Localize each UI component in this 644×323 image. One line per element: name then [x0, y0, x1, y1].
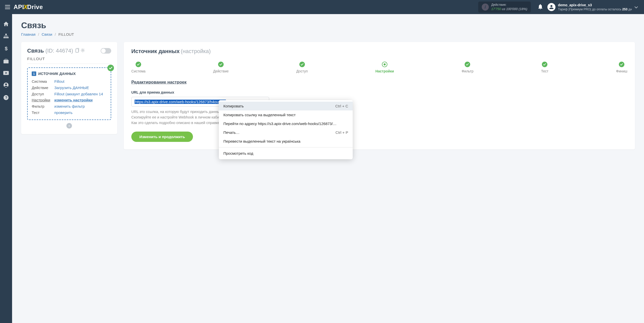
- copy-icon[interactable]: [75, 48, 79, 54]
- sidebar-billing[interactable]: $: [4, 46, 8, 51]
- settings-card: Источник данных (настройка) Система Дейс…: [124, 42, 635, 149]
- step-action[interactable]: Действие: [213, 62, 229, 73]
- row-label: Действие: [32, 85, 54, 91]
- user-info[interactable]: demo_apix-drive_s3 Тариф |Премиум PRO| д…: [558, 3, 632, 11]
- cm-copy[interactable]: КопироватьCtrl + C: [219, 102, 353, 110]
- sidebar-account[interactable]: [4, 83, 9, 88]
- info-icon: i: [482, 4, 489, 11]
- actions-usage-badge[interactable]: i Действия: 17'750 из 100'000 (18%): [478, 2, 531, 13]
- logo-text-right: Drive: [27, 4, 43, 11]
- connection-id: (ID: 44674): [45, 48, 73, 54]
- svg-point-8: [5, 84, 7, 85]
- edit-settings-heading: Редактирование настроек: [131, 80, 627, 85]
- settings-subtitle: (настройка): [181, 48, 211, 54]
- row-label: Доступ: [32, 91, 54, 97]
- row-value-system[interactable]: Fillout: [54, 78, 64, 85]
- user-name: demo_apix-drive_s3: [558, 3, 632, 7]
- user-tariff: Тариф |Премиум PRO| до оплаты осталось 2…: [558, 7, 632, 11]
- row-value-action[interactable]: Загрузить ДАННЫЕ: [54, 85, 89, 91]
- page-title: Связь: [21, 21, 635, 30]
- sidebar: $ ?: [0, 14, 12, 323]
- breadcrumb: Главная / Связи / FILLOUT: [21, 32, 635, 36]
- save-continue-button[interactable]: Изменить и продолжить: [131, 132, 193, 142]
- connection-card: Связь (ID: 44674) FILLOUT 1 ИСТОЧНИК ДАН…: [21, 42, 117, 134]
- step-settings[interactable]: Настройки: [375, 62, 394, 73]
- actions-text: Действия: 17'750 из 100'000 (18%): [491, 3, 527, 11]
- add-step-button[interactable]: +: [66, 123, 72, 129]
- step-access[interactable]: Доступ: [296, 62, 308, 73]
- row-value-filter[interactable]: изменить фильтр: [54, 103, 85, 110]
- logo[interactable]: APIXDrive: [14, 4, 43, 11]
- notifications-button[interactable]: [536, 2, 545, 12]
- actions-sep: из: [502, 7, 505, 11]
- row-label-settings: Настройки: [32, 97, 54, 103]
- context-menu: КопироватьCtrl + C Копировать ссылку на …: [219, 100, 353, 159]
- step-system[interactable]: Система: [131, 62, 145, 73]
- actions-percent: (18%): [518, 7, 527, 11]
- user-menu-chevron-icon[interactable]: [632, 5, 640, 9]
- svg-text:?: ?: [5, 96, 8, 100]
- svg-text:$: $: [5, 46, 8, 51]
- menu-toggle-button[interactable]: [4, 4, 12, 11]
- sidebar-home[interactable]: [4, 22, 9, 26]
- user-avatar[interactable]: [547, 3, 555, 11]
- cm-print[interactable]: Печать…Ctrl + P: [219, 128, 353, 137]
- app-header: APIXDrive i Действия: 17'750 из 100'000 …: [0, 0, 644, 14]
- check-badge-icon: [107, 65, 114, 71]
- crumb-home[interactable]: Главная: [21, 32, 35, 36]
- actions-label: Действия:: [491, 3, 527, 7]
- url-value-selected: https://s3.apix-drive.com/web-hooks/1268…: [135, 100, 226, 104]
- cm-copy-link[interactable]: Копировать ссылку на выделенный текст: [219, 110, 353, 119]
- sidebar-connections[interactable]: [4, 34, 9, 38]
- crumb-current: FILLOUT: [58, 32, 74, 36]
- cm-inspect[interactable]: Просмотреть код: [219, 149, 353, 158]
- row-label: Фильтр: [32, 103, 54, 110]
- data-source-panel: 1 ИСТОЧНИК ДАННЫХ СистемаFillout Действи…: [27, 67, 111, 120]
- step-finish[interactable]: Финиш: [616, 62, 627, 73]
- cm-goto[interactable]: Перейти по адресу https://s3.apix-drive.…: [219, 119, 353, 128]
- row-value-test[interactable]: проверить: [54, 110, 72, 116]
- sidebar-briefcase[interactable]: [4, 59, 9, 63]
- stepper: Система Действие Доступ Настройки Фильтр…: [131, 62, 627, 73]
- svg-point-12: [82, 50, 84, 51]
- crumb-sep: /: [55, 32, 56, 36]
- settings-title: Источник данных: [131, 48, 180, 54]
- row-value-access[interactable]: Fillout (аккаунт добавлен 14: [54, 91, 103, 97]
- svg-rect-1: [4, 37, 5, 38]
- svg-rect-0: [5, 34, 7, 35]
- cm-translate[interactable]: Перевести выделенный текст на українська: [219, 137, 353, 146]
- row-label: Система: [32, 78, 54, 85]
- sidebar-video[interactable]: [3, 71, 9, 75]
- svg-rect-5: [4, 60, 9, 63]
- connection-title: Связь: [27, 48, 44, 54]
- actions-total: 100'000: [506, 7, 518, 11]
- gear-icon[interactable]: [80, 48, 85, 54]
- crumb-sep: /: [38, 32, 39, 36]
- step-filter[interactable]: Фильтр: [462, 62, 473, 73]
- source-number-badge: 1: [32, 71, 36, 76]
- actions-used: 17'750: [491, 7, 501, 11]
- step-test[interactable]: Тест: [541, 62, 548, 73]
- crumb-links[interactable]: Связи: [42, 32, 52, 36]
- svg-rect-2: [5, 37, 7, 38]
- logo-text-left: API: [14, 4, 24, 11]
- svg-rect-11: [76, 49, 78, 52]
- sidebar-help[interactable]: ?: [4, 95, 9, 100]
- source-title: ИСТОЧНИК ДАННЫХ: [38, 72, 76, 76]
- connection-name: FILLOUT: [27, 57, 111, 64]
- row-value-settings[interactable]: изменить настройки: [54, 97, 93, 103]
- cm-separator: [219, 147, 353, 147]
- connection-toggle[interactable]: [101, 48, 111, 54]
- svg-rect-3: [7, 37, 9, 38]
- row-label: Тест: [32, 110, 54, 116]
- url-field-label: URL для приема данных: [131, 90, 627, 94]
